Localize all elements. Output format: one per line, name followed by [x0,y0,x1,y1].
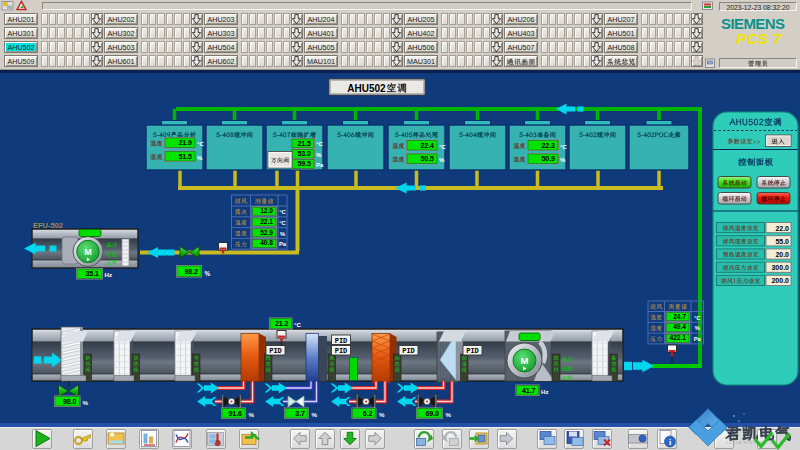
svg-text:Pa: Pa [279,241,287,247]
svg-text:98.0: 98.0 [63,398,77,405]
svg-text:20.0: 20.0 [775,251,789,258]
svg-text:50.9: 50.9 [541,155,555,162]
svg-text:24.7: 24.7 [673,313,686,320]
svg-text:AHU502: AHU502 [347,83,386,94]
svg-text:°C: °C [439,144,446,150]
svg-text:%: % [379,411,385,418]
svg-text:M: M [84,247,92,257]
svg-text:22.4: 22.4 [420,142,434,149]
svg-text:3.7: 3.7 [295,410,305,417]
svg-text:35.1: 35.1 [85,270,99,277]
svg-text:300.0: 300.0 [771,264,789,271]
svg-text:98.2: 98.2 [184,268,198,275]
svg-text:°C: °C [294,321,301,328]
svg-text:59.5: 59.5 [297,160,311,167]
svg-text:%: % [280,231,285,237]
svg-text:12.0: 12.0 [260,207,273,214]
svg-text:°C: °C [694,315,701,321]
svg-text:M: M [521,355,529,366]
svg-text:22.1: 22.1 [260,218,273,225]
svg-text:Pa: Pa [694,336,702,342]
svg-text:51.5: 51.5 [178,153,192,160]
svg-text:49.4: 49.4 [673,323,686,330]
svg-text:200.0: 200.0 [771,277,789,284]
svg-text:PID: PID [335,347,348,355]
svg-text:Pa: Pa [316,162,324,168]
svg-text:6.2: 6.2 [363,410,373,417]
svg-text:21.2: 21.2 [275,320,289,327]
svg-text:PID: PID [269,347,282,355]
svg-text:J U N K A I E L E C T R I C: J U N K A I E L E C T R I C C O [726,441,775,445]
svg-text:°C: °C [197,141,204,147]
svg-text:%: % [205,270,211,277]
svg-text:%: % [83,399,89,406]
svg-text:%: % [446,411,452,418]
svg-text:21.5: 21.5 [297,140,311,147]
svg-text:41.7: 41.7 [522,387,536,394]
svg-text:53.0: 53.0 [297,150,311,157]
svg-text:%: % [695,325,700,331]
svg-text:°C: °C [279,209,286,215]
svg-text:%: % [249,411,255,418]
svg-text:PID: PID [335,337,348,345]
svg-text:%: % [560,157,566,163]
svg-text:40.8: 40.8 [260,239,273,246]
svg-text:%: % [439,157,445,163]
svg-text:°C: °C [279,220,286,226]
svg-text:Hz: Hz [541,388,549,395]
svg-text:%: % [316,152,322,158]
svg-text:Hz: Hz [105,271,113,278]
svg-text:22.0: 22.0 [775,225,789,232]
svg-text:%: % [312,411,318,418]
svg-text:21.9: 21.9 [178,139,192,146]
svg-text:52.9: 52.9 [260,229,273,236]
svg-text:22.3: 22.3 [541,142,555,149]
svg-text:50.5: 50.5 [420,155,434,162]
svg-text:PID: PID [466,347,479,355]
svg-text:69.0: 69.0 [425,410,439,417]
svg-text:%: % [197,155,203,161]
svg-text:°C: °C [316,141,323,147]
svg-text:°C: °C [560,144,567,150]
svg-text:91.6: 91.6 [228,410,242,417]
svg-text:422.1: 422.1 [669,334,686,341]
svg-text:55.0: 55.0 [775,238,789,245]
svg-text:PID: PID [402,347,415,355]
